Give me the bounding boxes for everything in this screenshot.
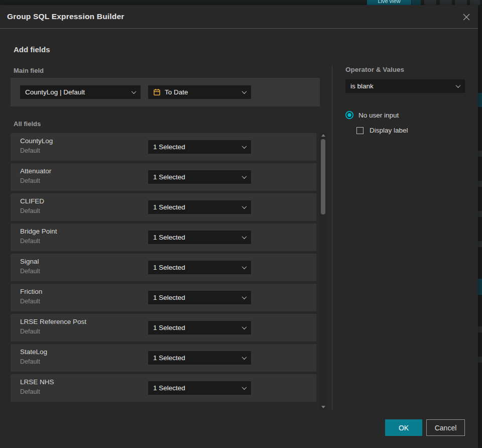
operator-values-heading: Operator & Values — [345, 66, 404, 73]
field-name: Bridge Point — [20, 228, 57, 235]
field-selection-select[interactable]: 1 Selected — [148, 170, 251, 184]
chevron-down-icon — [242, 234, 247, 239]
background-artifact — [455, 0, 467, 5]
scroll-down-icon[interactable] — [321, 406, 325, 408]
field-sublabel: Default — [20, 147, 40, 154]
field-selection-select[interactable]: 1 Selected — [148, 200, 251, 214]
fields-list-scrollbar[interactable] — [320, 132, 327, 410]
field-selection-select[interactable]: 1 Selected — [148, 291, 251, 304]
no-user-input-radio[interactable]: No user input — [345, 111, 399, 119]
background-artifact — [478, 93, 482, 107]
scrollbar-thumb[interactable] — [321, 139, 325, 214]
field-selection-value: 1 Selected — [153, 234, 238, 241]
field-selection-value: 1 Selected — [153, 173, 238, 181]
field-selection-select[interactable]: 1 Selected — [148, 261, 251, 274]
chevron-down-icon — [242, 144, 247, 149]
field-sublabel: Default — [20, 238, 40, 245]
field-selection-value: 1 Selected — [153, 203, 238, 211]
field-row: CLIFED Default 1 Selected — [11, 193, 316, 221]
radio-icon — [345, 111, 353, 119]
main-field-panel: CountyLog | Default To Date — [11, 78, 320, 106]
background-artifact — [424, 0, 436, 5]
chevron-down-icon — [456, 83, 461, 88]
field-selection-select[interactable]: 1 Selected — [148, 351, 251, 365]
scroll-up-icon[interactable] — [321, 134, 325, 137]
checkbox-icon[interactable] — [356, 127, 364, 134]
field-type-select[interactable]: To Date — [148, 85, 251, 99]
field-sublabel: Default — [20, 268, 40, 275]
panel-divider — [332, 65, 332, 410]
operator-select-value: is blank — [350, 82, 452, 90]
background-app-top: Live view — [0, 0, 482, 5]
background-artifact — [478, 326, 482, 332]
background-artifact — [478, 211, 482, 217]
field-row: Friction Default 1 Selected — [11, 284, 316, 311]
display-label-label: Display label — [370, 127, 408, 134]
field-selection-value: 1 Selected — [153, 324, 238, 331]
background-artifact — [478, 181, 482, 187]
dialog-title: Group SQL Expression Builder — [7, 12, 125, 21]
field-selection-value: 1 Selected — [153, 384, 238, 392]
background-app-right — [478, 5, 482, 448]
field-row: StateLog Default 1 Selected — [11, 344, 316, 372]
operator-select[interactable]: is blank — [345, 79, 465, 93]
field-selection-value: 1 Selected — [153, 354, 238, 362]
chevron-down-icon — [242, 204, 247, 209]
ok-button[interactable]: OK — [385, 419, 422, 436]
field-row: Bridge Point Default 1 Selected — [11, 223, 316, 251]
chevron-down-icon — [132, 89, 137, 94]
close-icon — [462, 13, 471, 22]
chevron-down-icon — [242, 355, 247, 360]
field-selection-select[interactable]: 1 Selected — [148, 140, 251, 154]
all-fields-label: All fields — [14, 120, 41, 128]
chevron-down-icon — [242, 385, 247, 390]
field-name: LRSE NHS — [20, 378, 54, 386]
field-selection-value: 1 Selected — [153, 294, 238, 301]
field-selection-value: 1 Selected — [153, 264, 238, 271]
display-label-checkbox-row[interactable]: Display label — [356, 127, 408, 134]
field-sublabel: Default — [20, 177, 40, 184]
field-name: Friction — [20, 288, 42, 295]
field-sublabel: Default — [20, 358, 40, 365]
field-selection-select[interactable]: 1 Selected — [148, 381, 251, 395]
background-artifact — [478, 357, 482, 363]
fields-list: CountyLog Default 1 Selected Attenuator … — [11, 133, 316, 404]
field-sublabel: Default — [20, 388, 40, 395]
chevron-down-icon — [242, 89, 247, 94]
field-name: CountyLog — [20, 137, 53, 145]
field-selection-select[interactable]: 1 Selected — [148, 231, 251, 244]
field-name: Signal — [20, 258, 39, 265]
no-user-input-label: No user input — [358, 111, 399, 119]
field-row: Attenuator Default 1 Selected — [11, 163, 316, 191]
chevron-down-icon — [242, 264, 247, 269]
field-row: CountyLog Default 1 Selected — [11, 133, 316, 161]
background-artifact — [478, 151, 482, 157]
field-sublabel: Default — [20, 298, 40, 305]
field-selection-select[interactable]: 1 Selected — [148, 321, 251, 334]
field-name: Attenuator — [20, 167, 51, 175]
group-sql-expression-builder-dialog: Group SQL Expression Builder Add fields … — [0, 5, 478, 448]
live-view-label: Live view — [378, 0, 400, 4]
field-name: CLIFED — [20, 197, 44, 205]
calendar-icon — [153, 88, 161, 96]
live-view-button: Live view — [367, 0, 411, 5]
field-name: StateLog — [20, 348, 47, 356]
chevron-down-icon — [242, 294, 247, 299]
cancel-button[interactable]: Cancel — [426, 419, 465, 436]
main-field-select[interactable]: CountyLog | Default — [20, 85, 141, 99]
field-type-select-value: To Date — [165, 88, 238, 96]
field-row: LRSE NHS Default 1 Selected — [11, 374, 316, 402]
background-artifact — [470, 0, 480, 5]
field-row: Signal Default 1 Selected — [11, 254, 316, 281]
main-field-label: Main field — [14, 67, 44, 74]
field-sublabel: Default — [20, 207, 40, 214]
field-name: LRSE Reference Post — [20, 318, 86, 325]
background-artifact — [478, 279, 482, 295]
field-sublabel: Default — [20, 328, 40, 335]
background-artifact — [412, 0, 421, 5]
close-button[interactable] — [461, 12, 472, 23]
add-fields-heading: Add fields — [14, 45, 50, 54]
field-row: LRSE Reference Post Default 1 Selected — [11, 314, 316, 342]
field-selection-value: 1 Selected — [153, 143, 238, 151]
dialog-header: Group SQL Expression Builder — [0, 5, 478, 29]
